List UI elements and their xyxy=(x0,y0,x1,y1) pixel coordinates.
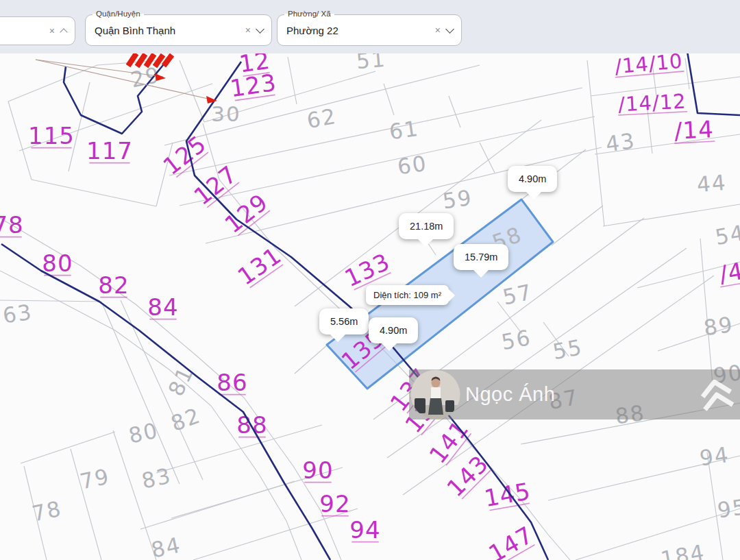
red-hatch-mark xyxy=(128,53,136,66)
svg-text:60: 60 xyxy=(396,151,429,180)
parcel-number-pink: 80 xyxy=(42,249,73,277)
parcel-number-gray: 83 xyxy=(139,463,173,493)
parcel-number-pink: 147 xyxy=(484,521,538,560)
svg-text:54: 54 xyxy=(713,220,740,249)
parcel-number-gray: 60 xyxy=(396,151,429,180)
parcel-number-pink: /4 xyxy=(716,256,740,288)
measure-tooltip-top: 4.90m xyxy=(508,166,557,192)
parcel-number-pink: 127 xyxy=(188,160,242,210)
svg-text:/14: /14 xyxy=(674,115,715,145)
parcel-number-pink: 145 xyxy=(482,477,533,512)
parcel-boundary-line xyxy=(21,432,115,463)
parcel-number-pink: 84 xyxy=(147,293,178,321)
clear-icon[interactable]: × xyxy=(435,25,441,35)
ward-select[interactable]: Phường/ Xã Phường 22 × xyxy=(277,14,462,46)
svg-text:95: 95 xyxy=(716,494,740,523)
parcel-number-gray: 30 xyxy=(211,101,241,126)
svg-text:63: 63 xyxy=(1,300,34,328)
svg-text:94: 94 xyxy=(698,442,731,471)
area-tooltip: Diện tích: 109 m² xyxy=(366,285,449,305)
svg-text:78: 78 xyxy=(0,211,24,239)
chevron-up-icon[interactable] xyxy=(60,28,67,36)
parcel-number-gray: 55 xyxy=(551,334,584,364)
svg-text:88: 88 xyxy=(236,411,267,439)
parcel-boundary-line xyxy=(180,60,204,122)
district-select-label: Quận/Huyện xyxy=(92,10,144,18)
parcel-number-pink: 117 xyxy=(86,137,133,165)
parcel-number-gray: 62 xyxy=(305,104,338,133)
parcel-boundary-line xyxy=(480,143,495,173)
parcel-number-pink: 94 xyxy=(349,516,380,544)
measure-value: 4.90m xyxy=(380,325,407,336)
district-select[interactable]: Quận/Huyện Quận Bình Thạnh × xyxy=(85,14,272,46)
svg-text:83: 83 xyxy=(139,463,173,493)
svg-text:86: 86 xyxy=(217,369,247,396)
svg-text:147: 147 xyxy=(484,521,538,560)
ward-select-label: Phường/ Xã xyxy=(284,10,334,18)
svg-text:79: 79 xyxy=(77,463,112,494)
parcel-boundary-line xyxy=(603,204,740,226)
parcel-number-gray: 59 xyxy=(441,185,474,214)
parcel-number-pink: /14/12 xyxy=(617,89,688,116)
measure-value: 15.79m xyxy=(465,252,497,263)
cadastral-map-canvas[interactable]: 2930516261605958575655544344899063818280… xyxy=(0,0,740,560)
svg-text:62: 62 xyxy=(305,104,338,133)
parcel-boundary-line xyxy=(449,96,460,127)
parcel-number-pink: /14/10 xyxy=(613,49,684,79)
svg-text:/4: /4 xyxy=(717,257,740,288)
parcel-number-gray: 56 xyxy=(500,325,533,354)
parcel-number-gray: 81 xyxy=(163,363,198,400)
red-hatch-mark xyxy=(155,55,163,66)
svg-text:30: 30 xyxy=(211,101,241,126)
province-select[interactable]: × xyxy=(0,16,75,45)
parcel-number-pink: 92 xyxy=(319,490,350,518)
parcel-boundary-line xyxy=(552,206,603,245)
measure-tooltip-mid: 15.79m xyxy=(454,244,508,270)
chevron-down-icon[interactable] xyxy=(256,25,264,34)
parcel-number-pink: 78 xyxy=(0,211,24,239)
measure-value: 5.56m xyxy=(330,316,358,327)
svg-text:115: 115 xyxy=(28,122,75,149)
parcel-boundary-line xyxy=(576,509,740,560)
measure-tooltip-bottom-2: 4.90m xyxy=(369,317,418,343)
brand-chevron-icon xyxy=(699,378,735,412)
measure-tooltip-bottom-1: 5.56m xyxy=(319,308,369,334)
parcel-number-gray: 43 xyxy=(604,128,637,157)
parcel-number-gray: 184 xyxy=(658,539,706,560)
svg-text:43: 43 xyxy=(604,128,637,157)
svg-text:80: 80 xyxy=(126,417,160,448)
measure-value: 4.90m xyxy=(519,173,546,184)
clear-icon[interactable]: × xyxy=(245,25,251,35)
chevron-down-icon[interactable] xyxy=(445,25,454,34)
svg-text:59: 59 xyxy=(441,185,474,214)
parcel-boundary-line xyxy=(587,60,604,226)
parcel-number-pink: /14 xyxy=(673,115,715,145)
parcel-number-gray: 61 xyxy=(388,116,421,145)
svg-text:80: 80 xyxy=(42,249,73,277)
parcel-number-pink: 115 xyxy=(28,122,75,149)
parcel-boundary-line xyxy=(121,300,203,480)
parcel-number-gray: 63 xyxy=(1,300,34,328)
watermark-name: Ngọc Ánh xyxy=(465,369,555,419)
svg-text:82: 82 xyxy=(98,271,129,299)
svg-text:61: 61 xyxy=(388,116,421,145)
parcel-number-pink: 86 xyxy=(217,369,247,396)
parcel-number-gray: 78 xyxy=(29,496,64,526)
svg-text:127: 127 xyxy=(188,160,242,210)
parcel-number-gray: 89 xyxy=(702,312,735,341)
parcel-number-gray: 57 xyxy=(500,279,534,309)
svg-text:117: 117 xyxy=(86,137,133,165)
clear-icon[interactable]: × xyxy=(49,26,55,36)
parcel-number-gray: 84 xyxy=(149,532,183,560)
svg-text:84: 84 xyxy=(149,532,183,560)
svg-text:89: 89 xyxy=(702,312,735,341)
svg-text:78: 78 xyxy=(29,496,64,526)
ward-select-value: Phường 22 xyxy=(278,25,435,36)
svg-text:81: 81 xyxy=(163,363,198,400)
svg-text:82: 82 xyxy=(168,402,204,436)
parcel-number-gray: 95 xyxy=(716,494,740,523)
svg-text:90: 90 xyxy=(302,456,333,484)
svg-text:55: 55 xyxy=(551,334,584,364)
parcel-number-gray: 54 xyxy=(713,220,740,249)
watermark-avatar xyxy=(410,369,460,419)
